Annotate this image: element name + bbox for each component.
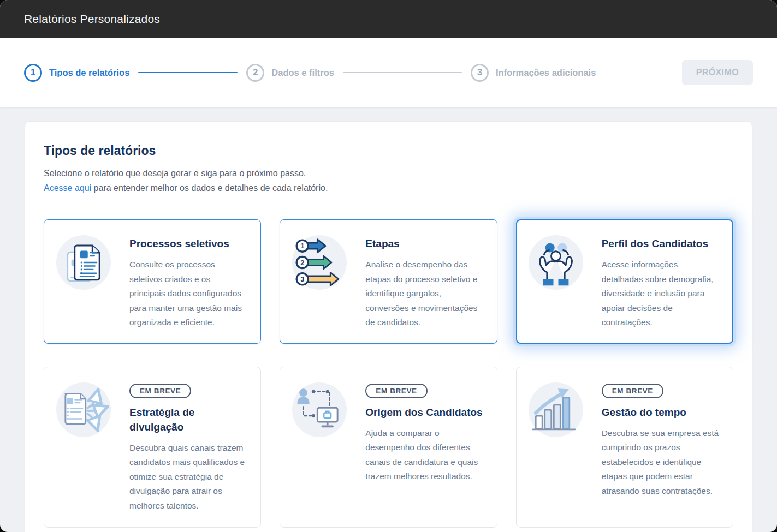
card-body: Etapas Analise o desempenho das etapas d… <box>365 235 483 330</box>
card-body: Perfil dos Candidatos Acesse informações… <box>602 235 720 330</box>
report-card-estrategia-de-divulgacao: EM BREVE Estratégia de divulgação Descub… <box>44 367 261 528</box>
page-title: Relatórios Personalizados <box>24 13 160 26</box>
coming-soon-badge: EM BREVE <box>129 384 191 398</box>
report-card-etapas[interactable]: 1 2 3 Etapas Analise o desempenho das et… <box>280 219 497 344</box>
panel-help-line: Acesse aqui para entender melhor os dado… <box>44 181 733 195</box>
step-connector-active <box>138 72 238 73</box>
titlebar: Relatórios Personalizados <box>0 0 777 38</box>
step-1-label: Tipos de relatórios <box>49 68 129 78</box>
card-body: EM BREVE Origem dos Candidatos Ajuda a c… <box>365 382 483 514</box>
card-title: Origem dos Candidatos <box>365 405 483 420</box>
numbered-arrows-icon: 1 2 3 <box>292 235 347 290</box>
step-3-label: Informações adicionais <box>496 68 596 78</box>
step-dados-e-filtros: 2 Dados e filtros <box>246 64 334 82</box>
card-description: Ajuda a comparar o desempenho dos difere… <box>365 426 483 484</box>
step-2-label: Dados e filtros <box>271 68 334 78</box>
card-body: Processos seletivos Consulte os processo… <box>129 235 247 330</box>
card-body: EM BREVE Estratégia de divulgação Descub… <box>129 382 247 514</box>
stepper: 1 Tipos de relatórios 2 Dados e filtros … <box>0 38 777 107</box>
spread-arrows-document-icon <box>56 382 111 437</box>
panel-help-suffix: para entender melhor os dados e detalhes… <box>91 183 328 193</box>
next-button[interactable]: PRÓXIMO <box>682 60 753 85</box>
card-description: Descubra se sua empresa está cumprindo o… <box>602 426 720 499</box>
report-card-perfil-dos-candidatos[interactable]: Perfil dos Candidatos Acesse informações… <box>516 219 733 344</box>
card-description: Acesse informações detalhadas sobre demo… <box>602 258 720 330</box>
step-3-circle: 3 <box>471 64 489 82</box>
report-types-panel: Tipos de relatórios Selecione o relatóri… <box>25 121 752 532</box>
step-1-circle: 1 <box>24 64 42 82</box>
coming-soon-badge: EM BREVE <box>602 384 663 398</box>
coming-soon-badge: EM BREVE <box>365 384 427 398</box>
step-tipos-de-relatorios[interactable]: 1 Tipos de relatórios <box>24 64 129 82</box>
growth-chart-icon <box>529 382 583 437</box>
acesse-aqui-link[interactable]: Acesse aqui <box>44 183 91 193</box>
step-connector-inactive <box>343 72 462 73</box>
candidate-path-monitor-icon <box>292 382 347 437</box>
app-window: Relatórios Personalizados 1 Tipos de rel… <box>0 0 777 532</box>
svg-text:3: 3 <box>300 275 304 283</box>
card-title: Perfil dos Candidatos <box>602 236 720 251</box>
documents-icon <box>56 235 111 290</box>
card-title: Estratégia de divulgação <box>129 405 247 434</box>
card-title: Gestão do tempo <box>602 405 720 420</box>
content-area: Tipos de relatórios Selecione o relatóri… <box>0 107 777 532</box>
card-description: Consulte os processos seletivos criados … <box>129 258 247 330</box>
report-card-origem-dos-candidatos: EM BREVE Origem dos Candidatos Ajuda a c… <box>280 367 497 528</box>
card-body: EM BREVE Gestão do tempo Descubra se sua… <box>602 382 720 514</box>
panel-title: Tipos de relatórios <box>44 144 733 158</box>
card-description: Analise o desempenho das etapas do proce… <box>365 258 483 330</box>
report-card-gestao-do-tempo: EM BREVE Gestão do tempo Descubra se sua… <box>516 367 733 528</box>
report-cards-grid: Processos seletivos Consulte os processo… <box>44 219 733 528</box>
hands-people-icon <box>529 235 583 290</box>
svg-text:2: 2 <box>300 259 304 267</box>
card-title: Etapas <box>365 236 483 251</box>
step-informacoes-adicionais: 3 Informações adicionais <box>471 64 596 82</box>
panel-subtitle: Selecione o relatório que deseja gerar e… <box>44 166 733 181</box>
report-card-processos-seletivos[interactable]: Processos seletivos Consulte os processo… <box>44 219 261 344</box>
svg-text:1: 1 <box>300 242 304 250</box>
step-2-circle: 2 <box>246 64 264 82</box>
card-description: Descubra quais canais trazem candidatos … <box>129 441 247 513</box>
card-title: Processos seletivos <box>129 236 247 251</box>
